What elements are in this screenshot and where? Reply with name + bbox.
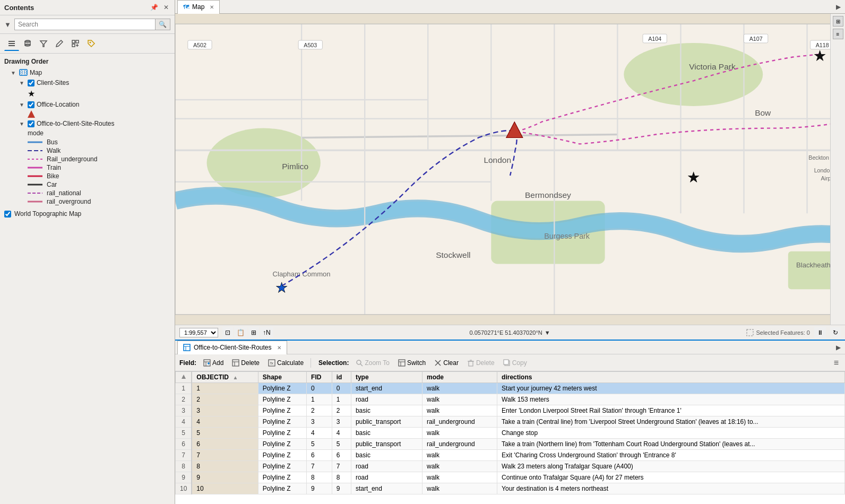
fid-cell: 3 — [307, 416, 332, 428]
col-directions[interactable]: directions — [497, 372, 845, 383]
layer-office-routes[interactable]: ▼ Office-to-Client-Site-Routes — [0, 119, 175, 128]
table-icon — [183, 344, 191, 351]
list-view-btn[interactable] — [4, 36, 19, 51]
layer-map[interactable]: ▼ Map — [0, 67, 175, 78]
svg-rect-2 — [8, 45, 15, 46]
zoom-to-btn[interactable]: Zoom To — [352, 358, 393, 368]
filter-btn[interactable] — [36, 36, 51, 51]
table-row[interactable]: 2 2 Polyline Z 1 1 road walk Walk 153 me… — [176, 394, 845, 405]
delete-selection-btn[interactable]: Delete — [463, 358, 498, 368]
collapse-arrow-routes[interactable]: ▼ — [19, 121, 24, 127]
objectid-cell: 9 — [192, 472, 258, 483]
table-row[interactable]: 3 3 Polyline Z 2 2 basic walk Enter 'Lon… — [176, 405, 845, 416]
col-shape[interactable]: Shape — [258, 372, 306, 383]
col-mode[interactable]: mode — [422, 372, 497, 383]
collapse-arrow-client-sites[interactable]: ▼ — [19, 80, 24, 86]
mode-train: Train — [0, 163, 175, 172]
directions-cell: Enter 'London Liverpool Street Rail Stat… — [497, 405, 845, 416]
type-cell: start_end — [351, 483, 422, 494]
svg-text:★: ★ — [275, 280, 288, 296]
shape-cell: Polyline Z — [258, 461, 306, 472]
svg-rect-70 — [747, 329, 753, 336]
type-cell: road — [351, 394, 422, 405]
side-btn-1[interactable]: ⊞ — [833, 16, 843, 27]
row-num-cell: 6 — [176, 439, 192, 450]
pin-icon[interactable]: 📌 — [149, 3, 160, 12]
table-row[interactable]: 8 8 Polyline Z 7 7 road walk Walk 23 met… — [176, 461, 845, 472]
svg-text:Bow: Bow — [755, 108, 771, 117]
scale-select[interactable]: 1:99,557 — [179, 328, 218, 337]
svg-rect-86 — [399, 360, 405, 366]
col-id[interactable]: id — [332, 372, 351, 383]
copy-btn[interactable]: Copy — [499, 358, 531, 368]
delete-icon — [232, 359, 239, 367]
sort-icon — [181, 374, 186, 379]
bookmark-btn[interactable]: 📋 — [234, 327, 247, 338]
collapse-arrow-map[interactable]: ▼ — [11, 70, 16, 76]
extent-btn[interactable]: ⊡ — [222, 327, 233, 338]
world-topo-checkbox[interactable] — [4, 211, 11, 218]
grid-btn[interactable]: ⊞ — [248, 327, 259, 338]
close-icon[interactable]: ✕ — [162, 3, 170, 12]
switch-btn[interactable]: Switch — [394, 358, 429, 368]
delete-field-btn[interactable]: Delete — [228, 358, 263, 368]
search-input[interactable] — [14, 19, 156, 30]
table-row[interactable]: 9 9 Polyline Z 8 8 road walk Continue on… — [176, 472, 845, 483]
map-tab[interactable]: 🗺 Map ✕ — [177, 0, 220, 14]
col-fid[interactable]: FID — [307, 372, 332, 383]
selected-features-label: Selected Features: 0 — [756, 329, 810, 336]
table-row[interactable]: 7 7 Polyline Z 6 6 basic walk Exit 'Char… — [176, 450, 845, 461]
calculate-btn[interactable]: fx Calculate — [264, 358, 307, 368]
table-tab-overflow[interactable]: ▶ — [834, 344, 843, 351]
pause-btn[interactable]: ⏸ — [814, 327, 826, 338]
map-view[interactable]: A502 A503 A104 A107 A118 A117 Pimlico Lo… — [175, 14, 845, 325]
coord-dropdown[interactable]: ▼ — [545, 329, 550, 336]
north-arrow-btn[interactable]: ↑N — [260, 327, 273, 338]
client-sites-checkbox[interactable] — [28, 80, 35, 86]
id-cell: 9 — [332, 483, 351, 494]
table-tab-routes[interactable]: Office-to-Client-Site-Routes ✕ — [177, 341, 287, 354]
layer-client-sites[interactable]: ▼ Client-Sites — [0, 78, 175, 88]
world-topo-layer[interactable]: World Topographic Map — [0, 208, 175, 220]
tag-btn[interactable] — [84, 36, 99, 51]
copy-label: Copy — [512, 359, 527, 367]
tab-overflow-arrow[interactable]: ▶ — [834, 3, 843, 11]
office-location-checkbox[interactable] — [28, 101, 35, 108]
svg-text:Clapham Common: Clapham Common — [273, 270, 331, 278]
side-btn-2[interactable]: ≡ — [833, 29, 843, 39]
table-row[interactable]: 1 1 Polyline Z 0 0 start_end walk Start … — [176, 383, 845, 394]
table-row[interactable]: 10 10 Polyline Z 9 9 start_end walk Your… — [176, 483, 845, 494]
svg-text:★: ★ — [814, 48, 826, 64]
map-tab-close[interactable]: ✕ — [210, 4, 214, 10]
table-row[interactable]: 5 5 Polyline Z 4 4 basic walk Change sto… — [176, 428, 845, 439]
grid-plus-btn[interactable] — [68, 36, 83, 51]
layer-office-location[interactable]: ▼ Office-Location — [0, 100, 175, 109]
table-wrap[interactable]: OBJECTID ▲ Shape FID id type mode direct… — [175, 371, 845, 504]
table-menu-btn[interactable]: ≡ — [832, 358, 841, 368]
refresh-btn[interactable]: ↻ — [830, 327, 841, 338]
svg-point-84 — [357, 360, 361, 364]
clear-selection-btn[interactable]: Clear — [430, 358, 462, 368]
table-panel: Office-to-Client-Site-Routes ✕ ▶ Field: … — [175, 340, 845, 504]
switch-label: Switch — [407, 359, 426, 367]
objectid-cell: 5 — [192, 428, 258, 439]
office-routes-checkbox[interactable] — [28, 120, 35, 127]
collapse-arrow-office-location[interactable]: ▼ — [19, 102, 24, 108]
table-row[interactable]: 6 6 Polyline Z 5 5 public_transport rail… — [176, 439, 845, 450]
search-button[interactable]: 🔍 — [156, 19, 170, 30]
svg-point-12 — [90, 42, 91, 44]
cylinder-view-btn[interactable] — [20, 36, 35, 51]
table-tab-close[interactable]: ✕ — [277, 345, 281, 351]
mode-cell: rail_underground — [422, 439, 497, 450]
main-area: 🗺 Map ✕ ▶ — [175, 0, 845, 504]
svg-text:fx: fx — [270, 361, 273, 366]
coord-text: 0.0570271°E 51.4037020°N — [470, 329, 542, 336]
table-row[interactable]: 4 4 Polyline Z 3 3 public_transport rail… — [176, 416, 845, 428]
pencil-btn[interactable] — [52, 36, 67, 51]
col-type[interactable]: type — [351, 372, 422, 383]
col-objectid[interactable]: OBJECTID ▲ — [192, 372, 258, 383]
objectid-cell: 1 — [192, 383, 258, 394]
add-field-btn[interactable]: Add — [200, 358, 227, 368]
svg-text:A107: A107 — [749, 36, 763, 42]
map-svg: A502 A503 A104 A107 A118 A117 Pimlico Lo… — [175, 14, 845, 325]
